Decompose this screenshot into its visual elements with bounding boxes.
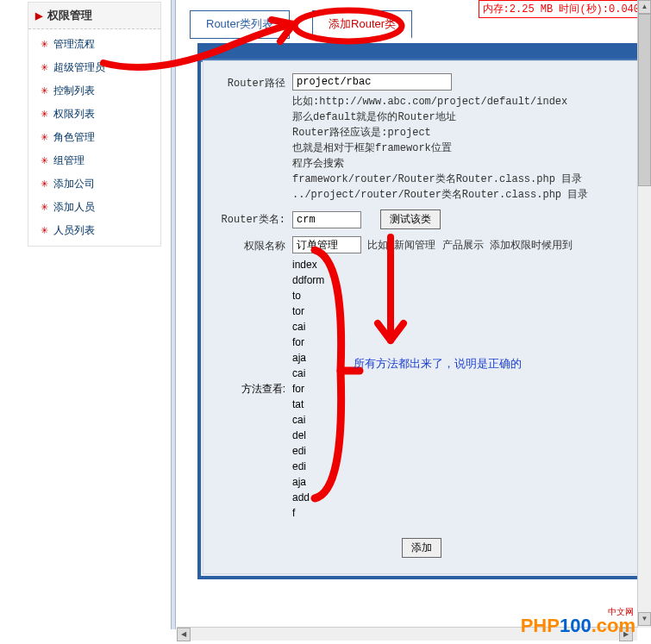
php100-logo: 中文网 PHP100.com	[521, 615, 635, 637]
sidebar-item-label: 超级管理员	[53, 60, 105, 75]
sidebar-items: ✳管理流程 ✳超级管理员 ✳控制列表 ✳权限列表 ✳角色管理 ✳组管理 ✳添加公…	[28, 29, 160, 246]
arrow-right-icon: ▶	[35, 10, 42, 22]
method-item: for	[292, 381, 324, 397]
method-item: cai	[292, 412, 324, 428]
scroll-left-icon[interactable]: ◀	[177, 628, 191, 641]
perf-text: 内存:2.25 MB 时间(秒):0.040	[483, 3, 640, 16]
sidebar-item-label: 管理流程	[53, 37, 95, 52]
add-button[interactable]: 添加	[402, 538, 441, 558]
star-icon: ✳	[41, 155, 48, 166]
sidebar-item-label: 权限列表	[53, 107, 95, 122]
sidebar-item-add-company[interactable]: ✳添加公司	[28, 172, 160, 196]
logo-cn: 中文网	[608, 606, 634, 618]
main-panel: Router路径 比如:http://www.abc.com/project/d…	[197, 43, 646, 579]
star-icon: ✳	[41, 62, 48, 73]
scroll-up-icon[interactable]: ▲	[638, 0, 651, 14]
sidebar-item-person-list[interactable]: ✳人员列表	[28, 219, 160, 242]
star-icon: ✳	[41, 85, 48, 97]
method-item: tor	[292, 303, 324, 319]
method-item: ddform	[292, 272, 324, 288]
method-item: edi	[292, 443, 324, 459]
method-list: index ddform to tor cai for aja cai for …	[292, 257, 324, 521]
sidebar-item-control-list[interactable]: ✳控制列表	[28, 79, 160, 103]
method-item: f	[292, 505, 324, 521]
scroll-thumb[interactable]	[638, 14, 651, 186]
logo-part2: 100	[560, 615, 592, 636]
hint-router-path: 比如:http://www.abc.com/project/default/in…	[292, 94, 633, 203]
input-router-path[interactable]	[292, 73, 452, 91]
label-router-path: Router路径	[210, 73, 292, 91]
input-router-name[interactable]	[292, 211, 361, 228]
sidebar-item-role[interactable]: ✳角色管理	[28, 126, 160, 149]
sidebar-item-label: 角色管理	[53, 130, 95, 145]
sidebar-item-superadmin[interactable]: ✳超级管理员	[28, 56, 160, 79]
logo-part1: PHP	[521, 615, 560, 636]
annotation-text: 所有方法都出来了，说明是正确的	[354, 356, 522, 372]
perf-status: 内存:2.25 MB 时间(秒):0.040	[479, 0, 644, 18]
scroll-down-icon[interactable]: ▼	[638, 612, 651, 626]
method-item: add	[292, 490, 324, 505]
pane-divider[interactable]	[171, 0, 176, 629]
star-icon: ✳	[41, 225, 48, 236]
sidebar-item-label: 添加人员	[53, 200, 95, 215]
tab-label: Router类列表	[206, 17, 273, 30]
test-class-button[interactable]: 测试该类	[380, 209, 441, 229]
sidebar-item-label: 添加公司	[53, 177, 95, 191]
star-icon: ✳	[41, 132, 48, 143]
row-perm-name: 权限名称 比如 新闻管理 产品展示 添加权限时候用到	[210, 233, 633, 257]
star-icon: ✳	[41, 178, 48, 190]
sidebar-item-group[interactable]: ✳组管理	[28, 149, 160, 172]
method-item: edi	[292, 459, 324, 474]
hint-perm-name: 比如 新闻管理 产品展示 添加权限时候用到	[367, 240, 573, 252]
method-item: for	[292, 335, 324, 350]
method-item: index	[292, 257, 324, 272]
sidebar-item-add-person[interactable]: ✳添加人员	[28, 196, 160, 219]
method-item: cai	[292, 366, 324, 381]
row-router-path: Router路径 比如:http://www.abc.com/project/d…	[210, 70, 633, 206]
sidebar-item-flow[interactable]: ✳管理流程	[28, 33, 160, 56]
row-router-name: Router类名: 测试该类	[210, 206, 633, 233]
tab-add-router[interactable]: 添加Router类	[312, 10, 412, 39]
label-perm-name: 权限名称	[210, 236, 292, 253]
sidebar-item-label: 控制列表	[53, 84, 95, 98]
method-item: del	[292, 428, 324, 443]
method-item: tat	[292, 397, 324, 412]
tab-label: 添加Router类	[329, 17, 396, 30]
row-submit: 添加	[210, 538, 633, 558]
label-router-name: Router类名:	[210, 209, 292, 227]
sidebar-item-label: 组管理	[53, 153, 85, 168]
sidebar-header[interactable]: ▶ 权限管理	[28, 3, 160, 29]
method-item: aja	[292, 350, 324, 366]
form-area: Router路径 比如:http://www.abc.com/project/d…	[203, 60, 641, 574]
method-item: cai	[292, 319, 324, 335]
row-methods: 方法查看: index ddform to tor cai for aja ca…	[210, 257, 633, 521]
star-icon: ✳	[41, 109, 48, 120]
method-item: to	[292, 288, 324, 303]
sidebar-item-perm-list[interactable]: ✳权限列表	[28, 103, 160, 126]
tab-bar: Router类列表 添加Router类	[190, 10, 412, 39]
label-methods: 方法查看:	[210, 382, 292, 397]
scrollbar-vertical[interactable]: ▲ ▼	[637, 0, 651, 628]
star-icon: ✳	[41, 202, 48, 213]
sidebar-title: 权限管理	[47, 8, 92, 23]
sidebar-item-label: 人员列表	[53, 223, 95, 238]
input-perm-name[interactable]	[292, 236, 361, 253]
sidebar: ▶ 权限管理 ✳管理流程 ✳超级管理员 ✳控制列表 ✳权限列表 ✳角色管理 ✳组…	[28, 2, 161, 247]
method-item: aja	[292, 474, 324, 490]
tab-router-list[interactable]: Router类列表	[190, 10, 290, 39]
star-icon: ✳	[41, 39, 48, 50]
